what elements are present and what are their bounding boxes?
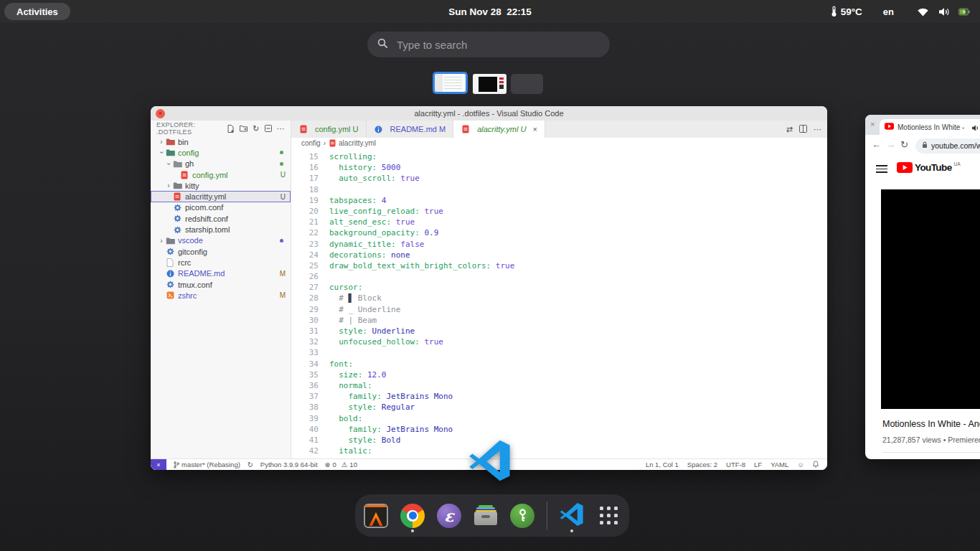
explorer-item-zshrc[interactable]: zshrcM [151,290,291,301]
code-line[interactable]: 18 [291,184,827,195]
explorer-item-config[interactable]: ›config [151,147,291,158]
tab-config-yml[interactable]: config.yml U [291,121,367,138]
explorer-item-vscode[interactable]: ›vscode [151,235,291,246]
open-changes-icon[interactable]: ⇄ [786,125,793,134]
clock[interactable]: Sun Nov 28 22:15 [448,0,532,23]
code-line[interactable]: 16 history: 5000 [291,162,827,173]
editor-more-icon[interactable]: ⋯ [814,125,821,134]
code-line[interactable]: 15scrolling: [291,151,827,162]
dock-item-app-grid[interactable] [595,499,622,533]
code-line[interactable]: 33 [291,347,827,358]
breadcrumb[interactable]: config › alacritty.yml [291,138,827,149]
collapse-folders-icon[interactable] [265,125,272,132]
language-mode[interactable]: YAML [771,461,788,468]
code-line[interactable]: 38 style: Regular [291,402,827,413]
youtube-logo[interactable]: YouTube UA [897,162,961,173]
code-line[interactable]: 17 auto_scroll: true [291,173,827,184]
vscode-title-bar[interactable]: × alacritty.yml - .dotfiles - Visual Stu… [151,106,827,121]
code-line[interactable]: 34font: [291,359,827,369]
remote-indicator[interactable]: × [151,459,166,470]
code-line[interactable]: 19tabspaces: 4 [291,195,827,206]
explorer-item-rcrc[interactable]: rcrc [151,257,291,268]
code-line[interactable]: 28 # ▋ Block [291,293,827,303]
sync-button[interactable]: ↻ [248,461,253,468]
more-actions-icon[interactable]: ⋯ [277,125,285,133]
code-line[interactable]: 25draw_bold_text_with_bright_colors: tru… [291,260,827,271]
tab-readme-md[interactable]: README.md M [367,121,454,138]
code-line[interactable]: 27cursor: [291,282,827,293]
chrome-active-tab[interactable]: Motionless In White - [880,119,980,135]
git-branch-status[interactable]: master* (Rebasing) [174,461,240,468]
code-editor[interactable]: 15scrolling:16 history: 500017 auto_scro… [291,149,827,459]
code-line[interactable]: 41 style: Bold [291,435,827,446]
eol-status[interactable]: LF [754,461,762,468]
code-line[interactable]: 26 [291,271,827,282]
dock-item-chrome[interactable] [399,499,426,533]
vscode-window[interactable]: × alacritty.yml - .dotfiles - Visual Stu… [151,106,827,470]
explorer-item-gh[interactable]: ›gh [151,159,291,169]
activities-button[interactable]: Activities [4,3,70,20]
notifications-bell-icon[interactable] [813,461,819,469]
new-file-icon[interactable] [227,125,235,133]
code-line[interactable]: 29 # _ Underline [291,304,827,315]
explorer-item-bin[interactable]: ›bin [151,136,291,147]
explorer-item-kitty[interactable]: ›kitty [151,180,291,191]
dock-item-emacs[interactable]: ε [435,499,463,533]
explorer-item-readme-md[interactable]: README.mdM [151,268,291,279]
code-line[interactable]: 42 italic: [291,446,827,456]
dock-item-files[interactable] [472,499,499,533]
hamburger-menu-icon[interactable] [876,165,887,173]
feedback-icon[interactable]: ☺ [797,461,804,468]
code-line[interactable]: 21alt_send_esc: true [291,217,827,227]
workspace-thumbnail-empty[interactable] [511,74,543,94]
window-close-button[interactable]: × [156,109,165,118]
explorer-item-config-yml[interactable]: config.ymlU [151,169,291,180]
tab-close-icon[interactable]: × [870,120,875,128]
tab-close-icon[interactable]: × [532,125,537,133]
explorer-item-gitconfig[interactable]: gitconfig [151,246,291,257]
workspace-thumbnail-youtube[interactable] [473,74,507,94]
code-line[interactable]: 39 bold: [291,413,827,424]
encoding-status[interactable]: UTF-8 [726,461,745,468]
vscode-app-badge-icon[interactable] [468,439,512,482]
code-line[interactable]: 24decorations: none [291,250,827,260]
reload-icon[interactable]: ↻ [900,140,908,149]
code-line[interactable]: 23dynamic_title: false [291,239,827,250]
code-line[interactable]: 32 unfocused_hollow: true [291,336,827,347]
refresh-icon[interactable]: ↻ [253,125,260,133]
new-folder-icon[interactable] [240,125,248,132]
explorer-item-starship-toml[interactable]: starship.toml [151,224,291,235]
dock-item-alacritty[interactable] [362,499,390,533]
system-status-area[interactable]: 59°C en [831,0,970,23]
code-line[interactable]: 20live_config_reload: true [291,206,827,217]
back-icon[interactable]: ← [872,140,881,149]
forward-icon[interactable]: → [886,140,895,149]
code-line[interactable]: 22background_opacity: 0.9 [291,227,827,238]
chrome-window[interactable]: × Motionless In White - ← → ↻ youtube.co… [865,115,980,459]
code-line[interactable]: 30 # | Beam [291,315,827,326]
address-bar[interactable]: youtube.com/wa [915,138,980,154]
workspace-thumbnail-active[interactable] [433,72,468,94]
split-editor-icon[interactable] [799,125,807,134]
video-player[interactable] [881,189,980,409]
overview-search[interactable] [367,32,610,57]
indentation-status[interactable]: Spaces: 2 [687,461,717,468]
dock-item-keepassxc[interactable] [509,499,536,533]
explorer-item-picom-conf[interactable]: picom.conf [151,202,291,213]
explorer-item-alacritty-yml[interactable]: alacritty.ymlU [151,191,291,202]
code-line[interactable]: 35 size: 12.0 [291,369,827,380]
explorer-item-redshift-conf[interactable]: redshift.conf [151,213,291,224]
explorer-item-tmux-conf[interactable]: tmux.conf [151,279,291,290]
search-input[interactable] [395,38,600,52]
dock-item-vscode[interactable] [558,499,585,533]
code-line[interactable]: 37 family: JetBrains Mono [291,391,827,402]
problems-status[interactable]: ⊗0 ⚠10 [325,461,357,468]
cursor-position[interactable]: Ln 1, Col 1 [646,461,679,468]
keyboard-layout-indicator[interactable]: en [883,6,894,17]
code-line[interactable]: 31 style: Underline [291,326,827,336]
tab-audio-icon[interactable] [971,124,979,133]
code-line[interactable]: 40 family: JetBrains Mono [291,424,827,435]
tab-alacritty-yml[interactable]: alacritty.yml U × [453,121,545,138]
python-interpreter[interactable]: Python 3.9.9 64-bit [260,461,318,468]
code-line[interactable]: 36 normal: [291,380,827,391]
